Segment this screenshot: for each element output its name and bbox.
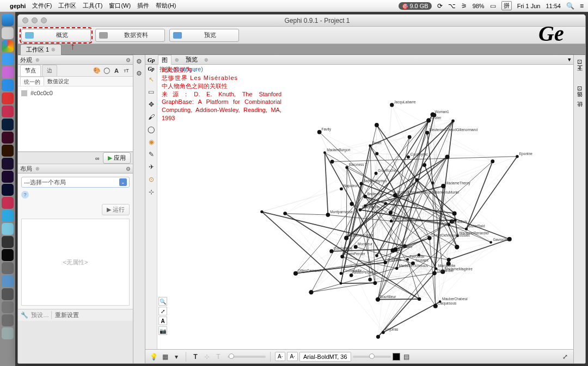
- gear-icon[interactable]: ⚙: [135, 57, 144, 66]
- size-icon[interactable]: ◯: [146, 125, 156, 134]
- tab-data-lab[interactable]: 数据资料: [95, 29, 165, 42]
- tab-unique[interactable]: 统一的: [20, 77, 44, 86]
- close-icon[interactable]: ⊗: [35, 57, 40, 63]
- dock-ps-icon[interactable]: [2, 119, 14, 131]
- dock-app-icon[interactable]: [2, 288, 14, 300]
- font-mode[interactable]: A·: [275, 352, 285, 361]
- options-icon[interactable]: ⊡: [577, 58, 582, 65]
- label-size-icon[interactable]: тT: [122, 66, 131, 75]
- close-icon[interactable]: ⊗: [204, 57, 209, 63]
- menu-file[interactable]: 文件(F): [32, 2, 52, 10]
- minimize-icon[interactable]: [32, 17, 38, 23]
- help-icon[interactable]: ?: [21, 191, 29, 198]
- brush-icon[interactable]: 🖌: [146, 112, 156, 122]
- gear-icon[interactable]: ⚙: [135, 69, 144, 78]
- reset-view-icon[interactable]: ⤢: [158, 307, 167, 315]
- dock-trash-icon[interactable]: [2, 327, 14, 339]
- dock-ae-icon[interactable]: [2, 184, 14, 196]
- label-toggle-icon[interactable]: T: [191, 352, 200, 362]
- label-color-icon[interactable]: A: [112, 66, 121, 75]
- workspace-tab[interactable]: 工作区 1 ⊗: [20, 44, 62, 55]
- dock-pr-icon[interactable]: [2, 171, 14, 183]
- layout-select[interactable]: ---选择一个布局 ⌄: [21, 177, 130, 188]
- pin-icon[interactable]: ✈: [146, 162, 156, 172]
- dock-finder-icon[interactable]: [2, 14, 14, 26]
- tab-edges[interactable]: 边: [42, 65, 57, 76]
- layout-header[interactable]: 布局 ⊗ ⚙: [18, 164, 133, 173]
- dock-app-icon[interactable]: [2, 301, 14, 313]
- wrench-icon[interactable]: 🔧: [20, 311, 29, 320]
- dock-skype-icon[interactable]: [2, 210, 14, 222]
- zoom-icon[interactable]: 🔍: [158, 297, 167, 306]
- dock-mail-icon[interactable]: [2, 53, 14, 65]
- ring-icon[interactable]: ⊙: [146, 175, 156, 184]
- zoom-icon[interactable]: [41, 17, 47, 23]
- dock-itunes-icon[interactable]: [2, 66, 14, 78]
- menu-window[interactable]: 窗口(W): [109, 2, 131, 10]
- tab-nodes[interactable]: 节点: [20, 65, 41, 76]
- menu-tools[interactable]: 工具(T): [83, 2, 102, 10]
- canvas-tab-preview[interactable]: 预览: [182, 55, 201, 64]
- titlebar[interactable]: Gephi 0.9.1 - Project 1: [18, 15, 585, 27]
- dock-br-icon[interactable]: [2, 158, 14, 170]
- tab-preview[interactable]: 预览: [169, 29, 239, 42]
- reset-button[interactable]: 重新设置: [51, 311, 79, 319]
- color-swatch[interactable]: [21, 90, 27, 96]
- dock-appstore-icon[interactable]: [2, 79, 14, 91]
- dock-app-icon[interactable]: [2, 275, 14, 287]
- lightbulb-icon[interactable]: 💡: [149, 352, 158, 362]
- bluetooth-icon[interactable]: ⌥: [448, 2, 456, 10]
- dock-id-icon[interactable]: [2, 132, 14, 144]
- dock-app-icon[interactable]: [2, 92, 14, 104]
- wifi-icon[interactable]: ⚞: [461, 2, 467, 10]
- gear-icon[interactable]: ⚙: [126, 57, 131, 63]
- color-row[interactable]: #c0c0c0: [20, 89, 131, 97]
- expand-icon[interactable]: ⤢: [560, 352, 570, 362]
- edit-icon[interactable]: ✎: [146, 150, 156, 159]
- attributes-icon[interactable]: ▤: [402, 352, 412, 362]
- dock-app-icon[interactable]: [2, 197, 14, 209]
- edge-label-icon[interactable]: T: [213, 352, 223, 362]
- chain-icon[interactable]: ∞: [93, 154, 102, 163]
- close-icon[interactable]: ⊗: [175, 57, 179, 63]
- run-button[interactable]: ▶ 运行: [102, 204, 130, 215]
- screenshot-icon[interactable]: ▾: [171, 352, 181, 362]
- spotlight-icon[interactable]: 🔍: [566, 2, 574, 10]
- sync-icon[interactable]: ⟳: [437, 2, 443, 10]
- apply-button[interactable]: ▶ 应用: [103, 152, 131, 164]
- palette-icon[interactable]: 🎨: [93, 66, 101, 75]
- font-picker[interactable]: Arial-BoldMT, 36: [299, 352, 351, 362]
- tab-ranking[interactable]: 数值设定: [44, 77, 72, 86]
- path-icon[interactable]: ⊹: [146, 187, 156, 197]
- close-icon[interactable]: ⊗: [35, 166, 40, 171]
- background-icon[interactable]: ▦: [160, 352, 170, 362]
- dock-app-icon[interactable]: [2, 262, 14, 274]
- dock-gephi-icon[interactable]: [2, 236, 14, 248]
- time[interactable]: 11:54: [546, 3, 561, 9]
- label-size-slider[interactable]: [353, 356, 391, 358]
- menu-workspace[interactable]: 工作区: [58, 2, 76, 10]
- size-icon[interactable]: ◯: [102, 66, 111, 75]
- text-a-icon[interactable]: A: [158, 317, 167, 325]
- chevron-down-icon[interactable]: ▾: [568, 56, 571, 63]
- dock-app-icon[interactable]: [2, 223, 14, 235]
- dock-ai-icon[interactable]: [2, 145, 14, 157]
- gear-icon[interactable]: ⚙: [126, 166, 131, 172]
- pointer-icon[interactable]: ↖: [146, 75, 156, 84]
- edge-weight-slider[interactable]: [228, 356, 266, 358]
- menu-icon[interactable]: ≡: [580, 2, 584, 10]
- date[interactable]: Fri 1 Jun: [517, 3, 541, 9]
- move-icon[interactable]: ✥: [146, 100, 156, 109]
- presets-button[interactable]: 预设…: [31, 311, 49, 319]
- dock-launchpad-icon[interactable]: [2, 27, 14, 39]
- camera-icon[interactable]: 📷: [158, 326, 167, 335]
- node-label-icon[interactable]: ⊹: [202, 352, 212, 362]
- dock-protege-icon[interactable]: [2, 249, 14, 261]
- close-icon[interactable]: ⊗: [51, 47, 56, 52]
- app-name[interactable]: gephi: [10, 3, 26, 9]
- menu-help[interactable]: 帮助(H): [156, 2, 176, 10]
- dock-app-icon[interactable]: [2, 106, 14, 117]
- graph-canvas[interactable]: 拖拽 (Configure) 此处数据为： 悲惨世界 Les Misérable…: [157, 65, 573, 349]
- canvas-tab-graph[interactable]: 图: [158, 55, 171, 65]
- options-icon[interactable]: ⊡: [577, 85, 582, 92]
